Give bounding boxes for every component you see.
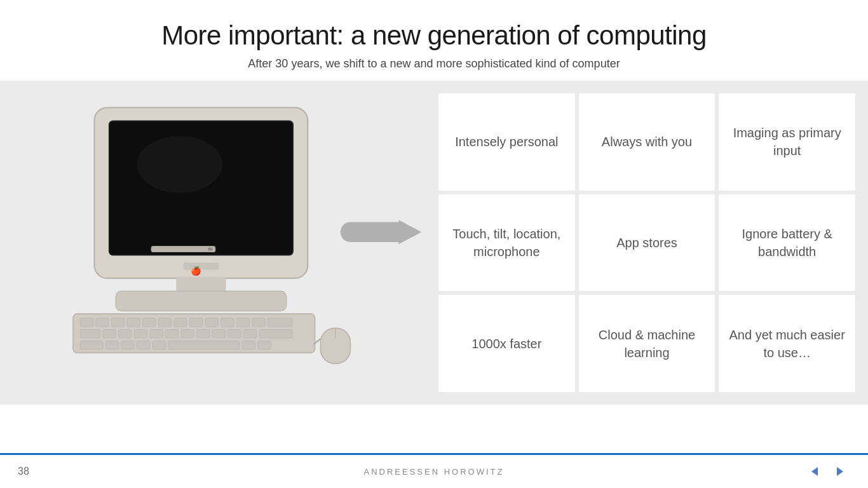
page-number: 38: [18, 466, 29, 477]
svg-rect-33: [244, 330, 257, 338]
svg-rect-25: [119, 330, 132, 338]
svg-rect-13: [127, 318, 140, 327]
left-panel: 🍎: [13, 93, 432, 392]
svg-rect-41: [242, 341, 255, 349]
grid-cell-always-with-you: Always with you: [579, 93, 715, 191]
svg-rect-15: [158, 318, 171, 327]
svg-rect-32: [228, 330, 241, 338]
grid-cell-faster: 1000x faster: [438, 295, 575, 392]
grid-cell-text-cloud-ml: Cloud & machine learning: [589, 326, 705, 362]
svg-marker-50: [837, 467, 843, 476]
grid-cell-text-always-with-you: Always with you: [602, 133, 692, 151]
svg-rect-35: [80, 341, 103, 349]
nav-buttons: [804, 461, 850, 482]
svg-rect-19: [221, 318, 234, 327]
grid-cell-imaging-primary-input: Imaging as primary input: [719, 93, 855, 191]
svg-rect-23: [80, 330, 100, 338]
slide-subtitle: After 30 years, we shift to a new and mo…: [51, 57, 817, 71]
grid-cell-text-imaging-primary-input: Imaging as primary input: [729, 124, 845, 159]
svg-rect-8: [116, 291, 287, 311]
svg-marker-49: [811, 467, 818, 476]
mac-computer-illustration: 🍎: [13, 93, 432, 392]
svg-rect-38: [137, 341, 150, 349]
slide-title: More important: a new generation of comp…: [51, 20, 817, 51]
svg-rect-7: [176, 277, 226, 293]
svg-rect-18: [205, 318, 218, 327]
svg-rect-12: [111, 318, 124, 327]
svg-rect-17: [190, 318, 203, 327]
svg-rect-39: [153, 341, 165, 349]
grid-cell-cloud-ml: Cloud & machine learning: [579, 295, 715, 392]
svg-marker-47: [399, 220, 422, 244]
grid-cell-intensely-personal: Intensely personal: [438, 93, 575, 191]
grid-cell-text-touch-tilt: Touch, tilt, location, microphone: [449, 225, 565, 261]
svg-point-3: [137, 136, 222, 193]
grid-cell-text-faster: 1000x faster: [471, 335, 541, 353]
next-button[interactable]: [830, 461, 850, 482]
svg-rect-30: [197, 330, 210, 338]
svg-rect-6: [208, 248, 213, 250]
grid-cell-app-stores: App stores: [579, 194, 715, 292]
svg-rect-10: [80, 318, 93, 327]
slide-header: More important: a new generation of comp…: [0, 0, 868, 81]
svg-rect-34: [259, 330, 292, 338]
svg-rect-14: [143, 318, 156, 327]
grid-cell-text-app-stores: App stores: [616, 234, 677, 252]
svg-rect-16: [174, 318, 187, 327]
grid-cell-text-ignore-battery: Ignore battery & bandwidth: [729, 225, 845, 261]
content-area: 🍎 Intensely personalAlways with youImagi…: [0, 81, 868, 405]
grid-cell-text-easier: And yet much easier to use…: [729, 326, 845, 362]
svg-rect-31: [212, 330, 225, 338]
footer: 38 ANDREESSEN HOROWITZ: [0, 453, 868, 488]
grid-cell-text-intensely-personal: Intensely personal: [455, 133, 558, 151]
svg-rect-11: [96, 318, 109, 327]
svg-rect-27: [150, 330, 163, 338]
svg-text:🍎: 🍎: [191, 266, 201, 276]
svg-rect-40: [168, 341, 240, 349]
svg-rect-28: [165, 330, 178, 338]
svg-rect-20: [236, 318, 249, 327]
svg-rect-37: [121, 341, 134, 349]
svg-rect-21: [252, 318, 265, 327]
svg-rect-24: [103, 330, 116, 338]
company-name: ANDREESSEN HOROWITZ: [364, 467, 505, 477]
grid-cell-easier: And yet much easier to use…: [719, 295, 855, 392]
right-grid: Intensely personalAlways with youImaging…: [432, 93, 855, 392]
svg-rect-36: [105, 341, 118, 349]
svg-rect-26: [134, 330, 147, 338]
grid-cell-touch-tilt: Touch, tilt, location, microphone: [438, 194, 575, 292]
svg-rect-42: [258, 341, 271, 349]
svg-rect-5: [151, 247, 215, 252]
svg-rect-22: [268, 318, 292, 327]
prev-button[interactable]: [804, 461, 825, 482]
svg-rect-29: [181, 330, 194, 338]
grid-cell-ignore-battery: Ignore battery & bandwidth: [719, 194, 855, 292]
